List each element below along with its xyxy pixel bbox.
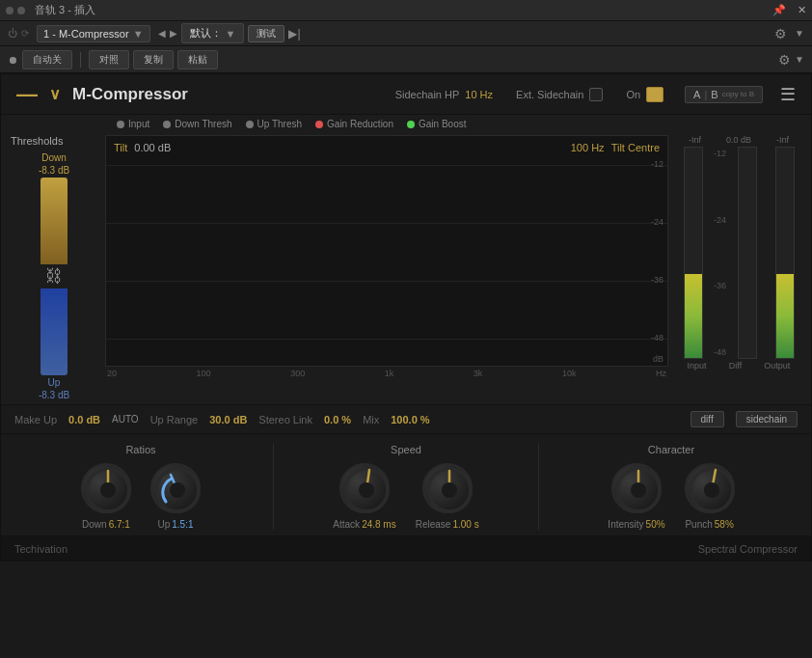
intensity-knob-item: Intensity 50% [608,463,664,530]
intensity-label: Intensity [608,519,643,530]
ratios-group: Ratios Down 6.7:1 [14,444,267,530]
svg-point-3 [170,482,185,498]
down-val[interactable]: -8.3 dB [39,165,69,176]
legend-input-label: Input [128,119,149,129]
down-label: Down [41,152,67,163]
intensity-knob[interactable] [611,463,662,513]
auto-btn[interactable]: 自动关 [22,50,72,69]
power-icon[interactable]: ⏻ [8,28,17,39]
legend-bar: Input Down Thresh Up Thresh Gain Reducti… [1,115,811,131]
punch-label: Punch [685,519,712,530]
intensity-label-row: Intensity 50% [608,519,664,530]
link-icon[interactable]: ⛓ [45,266,63,287]
sidechain-btn[interactable]: sidechain [736,411,798,427]
window-controls [6,7,25,14]
preset-nav-right[interactable]: ▶ [170,28,177,39]
meter-top-0db: 0.0 dB [726,135,751,145]
mix-label: Mix [363,414,379,425]
diff-btn[interactable]: diff [690,411,724,427]
centre-label: 100 Hz Tilt Centre [571,142,660,153]
pair-btn[interactable]: 对照 [89,50,129,69]
auto-btn[interactable]: AUTO [112,414,139,425]
diff-meter-bar [738,147,757,359]
x-label-10k: 10k [562,369,577,378]
x-label-300: 300 [290,369,305,378]
up-ratio-val: 1.5:1 [172,519,193,530]
arrow-icon[interactable]: ⟳ [21,28,29,39]
menu-icon[interactable]: ☰ [780,84,796,105]
attack-knob-item: Attack 24.8 ms [333,463,395,530]
grid-line-1 [106,165,667,166]
ratios-knobs-row: Down 6.7:1 [81,463,201,530]
sidechain-hp-val[interactable]: 10 Hz [465,89,493,100]
release-knob[interactable] [422,463,473,513]
meters-bottom-labels: Input Diff Output [676,361,801,370]
plugin-header: ⏻ ⟳ 1 - M-Compressor ▼ ◀ ▶ 默认： ▼ 测试 ▶| ⚙… [0,21,812,46]
release-knob-item: Release 1.00 s [416,463,479,530]
paste-btn[interactable]: 粘贴 [177,50,218,69]
ext-sidechain-checkbox[interactable] [589,88,603,101]
sidechain-hp: Sidechain HP 10 Hz [395,89,493,100]
a-label: A [693,89,700,100]
graph-area: -12 -24 -36 -48 dB Tilt 0.00 dB 100 Hz T… [105,135,668,400]
up-ratio-knob-svg [152,465,203,515]
attack-label-row: Attack 24.8 ms [333,519,395,530]
preset-area: ◀ ▶ 默认： ▼ 测试 ▶| [158,23,768,43]
uprange-val[interactable]: 30.0 dB [209,414,247,425]
makeup-val[interactable]: 0.0 dB [68,414,100,425]
b-label: B [711,89,717,100]
meters-top-labels: -Inf 0.0 dB -Inf [676,135,801,145]
plugin-selector[interactable]: 1 - M-Compressor ▼ [37,25,150,42]
down-ratio-knob[interactable] [81,463,131,513]
down-ratio-knob-item: Down 6.7:1 [81,463,131,530]
graph-canvas[interactable]: -12 -24 -36 -48 dB Tilt 0.00 dB 100 Hz T… [105,135,668,367]
copy-btn[interactable]: 复制 [133,50,174,69]
punch-label-row: Punch 58% [685,519,733,530]
svg-point-11 [704,482,719,498]
up-val[interactable]: -8.3 dB [39,390,69,400]
up-ratio-label: Up [157,519,170,530]
close-btn[interactable]: ✕ [798,4,806,16]
ab-button[interactable]: A | B copy to B [685,86,763,103]
pin-btn[interactable]: 📌 [772,4,786,16]
up-ratio-knob[interactable] [150,463,201,513]
db-scale-36: -36 [714,281,726,290]
gear-icon[interactable]: ⚙ [774,26,787,41]
up-threshold-bar[interactable] [41,288,68,375]
legend-down-label: Down Thresh [175,119,231,129]
attack-knob[interactable] [339,463,390,513]
preset-selector[interactable]: 默认： ▼ [181,23,245,43]
mix-val[interactable]: 100.0 % [391,414,429,425]
release-label: Release [416,519,451,530]
record-icon[interactable]: ⏺ [8,54,18,66]
divider-1 [273,444,274,530]
legend-up-label: Up Thresh [257,119,303,129]
grid-label-4: -48 [651,333,663,343]
stereolink-val[interactable]: 0.0 % [324,414,351,425]
down-threshold-bar[interactable] [41,178,68,264]
attack-label: Attack [333,519,360,530]
centre-text: Tilt Centre [611,142,660,153]
legend-gain-red-label: Gain Reduction [327,119,393,129]
legend-down-dot [163,121,171,128]
preset-nav-left[interactable]: ◀ [158,28,166,39]
input-meter-fill [685,274,702,358]
db-scale-48: -48 [714,347,726,357]
settings-gear-icon[interactable]: ⚙ [778,52,791,68]
ext-sidechain-label: Ext. Sidechain [516,89,583,100]
divider-2 [538,444,539,530]
centre-val: 100 Hz [571,142,605,153]
x-label-100: 100 [197,369,211,378]
punch-knob[interactable] [685,463,735,513]
gear-arrow[interactable]: ▼ [795,28,804,39]
dot-2 [17,7,25,14]
down-ratio-val: 6.7:1 [109,519,130,530]
play-icon[interactable]: ▶| [288,27,300,41]
on-light[interactable] [646,87,663,102]
input-meter-bar [684,147,703,359]
settings-arrow[interactable]: ▼ [795,54,804,65]
output-meter-bar [775,147,795,359]
speed-knobs-row: Attack 24.8 ms Release [333,463,478,530]
test-btn[interactable]: 测试 [248,25,284,42]
up-label: Up [48,377,61,388]
